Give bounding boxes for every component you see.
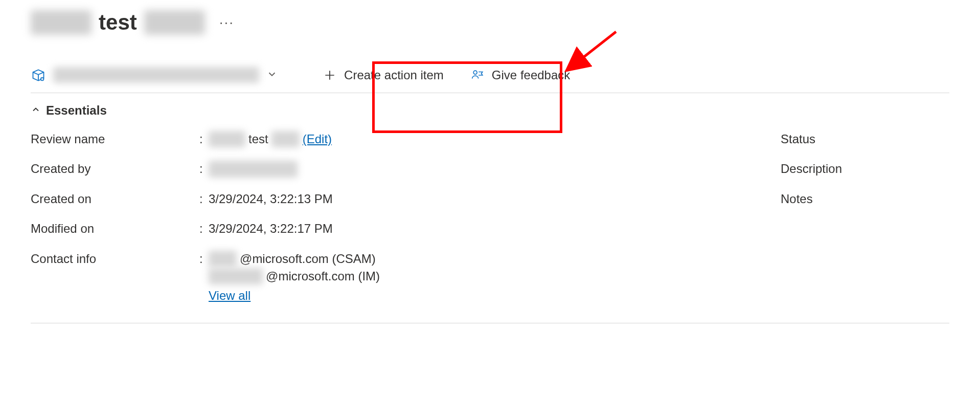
essentials-left-column: Review name : ████ test ███ (Edit) Creat… [31,131,423,304]
plus-icon [323,68,337,82]
view-all-link[interactable]: View all [209,288,250,304]
redacted-text: ███ [209,251,237,267]
essentials-value: ██████████ [209,161,423,177]
create-action-item-label: Create action item [344,68,444,82]
redacted-text: ███████████████████████ [53,67,259,83]
colon: : [199,191,209,207]
chevron-down-icon [266,69,278,82]
essentials-row-modified-on: Modified on : 3/29/2024, 3:22:17 PM [31,221,423,237]
colon: : [199,161,209,177]
redacted-text: ████ [209,131,245,147]
essentials-label: Created on [31,191,199,207]
feedback-icon [470,68,485,82]
page-title: ████ test ████ [31,10,205,35]
essentials-row-contact-info: Contact info : ███ @microsoft.com (CSAM)… [31,251,423,304]
essentials-label: Modified on [31,221,199,237]
chevron-up-icon [31,104,41,117]
essentials-row-review-name: Review name : ████ test ███ (Edit) [31,131,423,147]
essentials-right-column: Status Description Notes [453,131,949,304]
give-feedback-button[interactable]: Give feedback [457,63,583,87]
essentials-row-description: Description [781,161,949,177]
give-feedback-label: Give feedback [492,68,570,82]
essentials-value: ███ @microsoft.com (CSAM) ██████ @micros… [209,251,423,304]
essentials-row-status: Status [781,131,949,147]
essentials-label: Contact info [31,251,199,267]
redacted-text: ██████████ [209,161,298,177]
redacted-text: ███ [271,131,300,147]
essentials-row-created-on: Created on : 3/29/2024, 3:22:13 PM [31,191,423,207]
redacted-text: ████ [144,10,205,35]
essentials-row-notes: Notes [781,191,949,207]
essentials-value: ████ test ███ (Edit) [209,131,423,147]
scope-dropdown[interactable]: ███████████████████████ [31,64,290,86]
essentials-label: Review name [31,131,199,147]
essentials-value: 3/29/2024, 3:22:13 PM [209,191,423,207]
colon: : [199,251,209,267]
page-title-row: ████ test ████ ··· [31,10,949,35]
page-title-middle: test [99,10,137,35]
redacted-text: ████ [31,10,92,35]
package-icon [31,68,46,83]
colon: : [199,131,209,147]
command-bar: ███████████████████████ Create action it… [31,63,949,93]
colon: : [199,221,209,237]
essentials-section: Review name : ████ test ███ (Edit) Creat… [31,131,949,304]
essentials-label: Created by [31,161,199,177]
more-actions-button[interactable]: ··· [214,15,239,30]
contact-email-2: @microsoft.com (IM) [266,268,380,284]
redacted-text: ██████ [209,268,263,284]
essentials-value: 3/29/2024, 3:22:17 PM [209,221,423,237]
svg-point-1 [473,71,477,74]
edit-link[interactable]: (Edit) [303,131,332,147]
essentials-header-label: Essentials [46,103,107,118]
contact-email-1: @microsoft.com (CSAM) [240,251,376,267]
created-on-value: 3/29/2024, 3:22:13 PM [209,191,333,207]
essentials-label: Notes [781,191,949,207]
review-name-middle: test [248,131,268,147]
divider [31,323,949,323]
modified-on-value: 3/29/2024, 3:22:17 PM [209,221,333,237]
essentials-row-created-by: Created by : ██████████ [31,161,423,177]
essentials-toggle[interactable]: Essentials [31,103,949,118]
essentials-label: Description [781,161,949,177]
create-action-item-button[interactable]: Create action item [309,63,457,87]
essentials-label: Status [781,131,949,147]
